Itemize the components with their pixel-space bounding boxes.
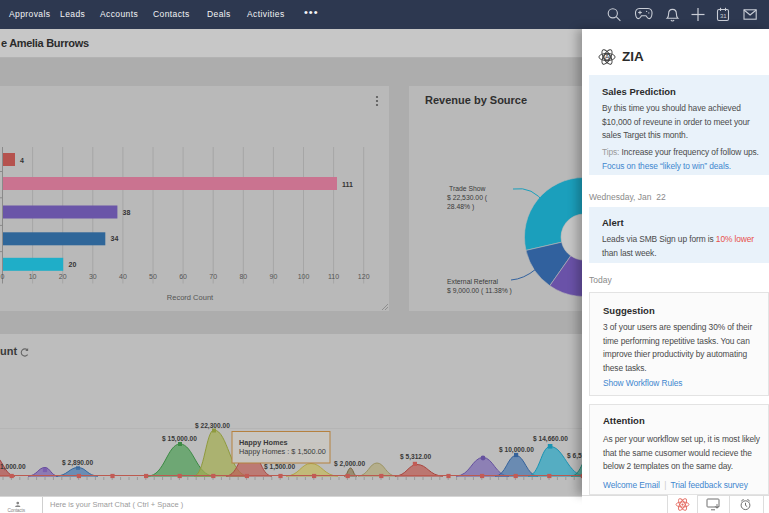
svg-text:40: 40 — [119, 273, 127, 280]
svg-text:$ 9,000.00 ( 11.38% ): $ 9,000.00 ( 11.38% ) — [447, 287, 512, 295]
svg-text:$ 1,500.00: $ 1,500.00 — [264, 463, 295, 471]
svg-text:34: 34 — [111, 235, 119, 242]
svg-text:31: 31 — [720, 13, 727, 19]
svg-text:Happy Homes : $ 1,500.00: Happy Homes : $ 1,500.00 — [239, 447, 326, 456]
svg-text:Record Count: Record Count — [167, 293, 214, 302]
svg-text:28.48% ): 28.48% ) — [447, 203, 474, 211]
svg-text:38: 38 — [123, 209, 131, 216]
svg-text:Trade Show: Trade Show — [449, 185, 485, 192]
svg-text:$ 22,530.00 (: $ 22,530.00 ( — [447, 194, 488, 202]
svg-text:110: 110 — [328, 273, 339, 280]
svg-text:80: 80 — [239, 273, 247, 280]
svg-text:30: 30 — [89, 273, 97, 280]
svg-text:120: 120 — [358, 273, 370, 280]
svg-text:External Referral: External Referral — [447, 278, 498, 285]
svg-text:4: 4 — [20, 157, 24, 164]
svg-text:20: 20 — [69, 261, 77, 268]
svg-text:100: 100 — [298, 273, 310, 280]
svg-text:20: 20 — [59, 273, 67, 280]
svg-text:1,000.00: 1,000.00 — [0, 463, 26, 471]
svg-text:$ 15,000.00: $ 15,000.00 — [162, 435, 197, 443]
svg-text:10: 10 — [29, 273, 37, 280]
svg-text:50: 50 — [149, 273, 157, 280]
svg-text:60: 60 — [179, 273, 187, 280]
svg-text:70: 70 — [209, 273, 217, 280]
svg-text:$ 5,312.00: $ 5,312.00 — [400, 453, 431, 461]
svg-text:$ 2,000.00: $ 2,000.00 — [334, 460, 365, 468]
svg-text:90: 90 — [270, 273, 278, 280]
svg-text:$ 2,890.00: $ 2,890.00 — [62, 459, 93, 467]
svg-text:0: 0 — [1, 273, 5, 280]
svg-text:111: 111 — [342, 181, 353, 188]
svg-text:$ 14,660.00: $ 14,660.00 — [533, 435, 568, 443]
svg-text:$ 22,300.00: $ 22,300.00 — [195, 422, 230, 430]
svg-text:$ 10,000.00: $ 10,000.00 — [499, 446, 534, 454]
